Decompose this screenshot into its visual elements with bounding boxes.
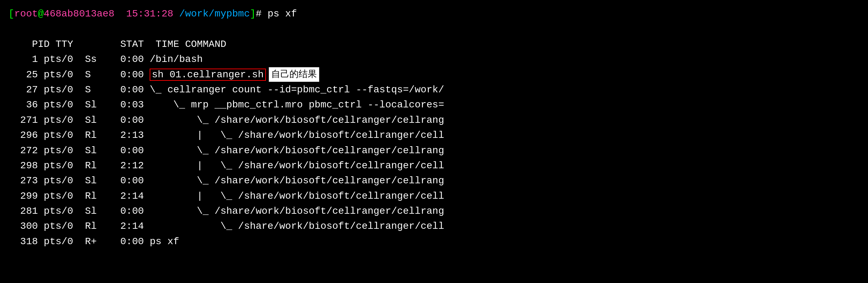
time-cell: 0:00 <box>120 145 150 156</box>
command-cell: /bin/bash <box>150 54 203 65</box>
pid-cell: 300 <box>8 221 44 232</box>
tty-cell: pts/0 <box>44 69 85 80</box>
table-row: 272 pts/0 Sl 0:00 \_ /share/work/biosoft… <box>8 143 860 158</box>
tty-cell: pts/0 <box>44 115 85 126</box>
time-cell: 0:00 <box>120 54 150 65</box>
pid-cell: 271 <box>8 115 44 126</box>
table-row: 27 pts/0 S 0:00 \_ cellranger count --id… <box>8 82 860 97</box>
tty-cell: pts/0 <box>44 236 85 247</box>
prompt-time: 15:31:28 <box>126 6 173 21</box>
tty-cell: pts/0 <box>44 175 85 186</box>
stat-cell: Sl <box>85 206 120 217</box>
stat-cell: S <box>85 69 120 80</box>
tty-cell: pts/0 <box>44 160 85 171</box>
time-cell: 2:13 <box>120 130 150 141</box>
pid-cell: 27 <box>8 84 44 95</box>
prompt-space1 <box>114 6 126 21</box>
stat-cell: Sl <box>85 115 120 126</box>
prompt-path: /work/mypbmc <box>179 6 250 21</box>
time-cell: 0:00 <box>120 84 150 95</box>
stat-cell: S <box>85 84 120 95</box>
command-cell: | \_ /share/work/biosoft/cellranger/cell <box>150 130 444 141</box>
pid-cell: 299 <box>8 191 44 201</box>
command-cell: \_ cellranger count --id=pbmc_ctrl --fas… <box>150 84 444 95</box>
table-row: 318 pts/0 R+ 0:00 ps xf <box>8 234 860 249</box>
stat-cell: Sl <box>85 175 120 186</box>
time-cell: 2:14 <box>120 191 150 201</box>
command-cell: | \_ /share/work/biosoft/cellranger/cell <box>150 191 444 201</box>
header-pid: PID <box>20 39 56 50</box>
ps-header: PID TTY STAT TIME COMMAND <box>8 21 860 52</box>
stat-cell: Rl <box>85 191 120 201</box>
prompt-open-bracket: [ <box>8 6 14 21</box>
header-command: COMMAND <box>185 39 226 50</box>
stat-cell: Ss <box>85 54 120 65</box>
pid-cell: 25 <box>8 69 44 80</box>
table-row: 25 pts/0 S 0:00 sh 01.cellranger.sh自己的结果 <box>8 67 860 82</box>
command-cell: \_ /share/work/biosoft/cellranger/cellra… <box>150 206 444 217</box>
table-row: 296 pts/0 Rl 2:13 | \_ /share/work/bioso… <box>8 128 860 143</box>
time-cell: 2:14 <box>120 221 150 232</box>
prompt-close-bracket: ] <box>250 6 256 21</box>
time-cell: 0:00 <box>120 115 150 126</box>
tty-cell: pts/0 <box>44 191 85 201</box>
stat-cell: Rl <box>85 221 120 232</box>
header-time: TIME <box>150 39 185 50</box>
time-cell: 0:00 <box>120 206 150 217</box>
header-tty: TTY <box>55 39 108 50</box>
pid-cell: 296 <box>8 130 44 141</box>
pid-cell: 273 <box>8 175 44 186</box>
tty-cell: pts/0 <box>44 221 85 232</box>
command-cell: \_ mrp __pbmc_ctrl.mro pbmc_ctrl --local… <box>150 99 444 110</box>
prompt-line: [root@468ab8013ae8 15:31:28 /work/mypbmc… <box>8 6 860 21</box>
command-cell: \_ /share/work/biosoft/cellranger/cellra… <box>150 115 444 126</box>
annotation-label: 自己的结果 <box>269 67 319 82</box>
tty-cell: pts/0 <box>44 206 85 217</box>
tty-cell: pts/0 <box>44 145 85 156</box>
prompt-at: @ <box>38 6 44 21</box>
highlighted-command: sh 01.cellranger.sh <box>150 69 266 81</box>
table-row: 273 pts/0 Sl 0:00 \_ /share/work/biosoft… <box>8 173 860 188</box>
stat-cell: Sl <box>85 99 120 110</box>
table-row: 299 pts/0 Rl 2:14 | \_ /share/work/bioso… <box>8 189 860 204</box>
stat-cell: Sl <box>85 145 120 156</box>
table-row: 298 pts/0 Rl 2:12 | \_ /share/work/bioso… <box>8 158 860 173</box>
command-cell: ps xf <box>150 236 179 247</box>
process-table: 1 pts/0 Ss 0:00 /bin/bash 25 pts/0 S 0:0… <box>8 52 860 249</box>
prompt-hash: # <box>256 6 262 21</box>
pid-cell: 36 <box>8 99 44 110</box>
command-cell: \_ /share/work/biosoft/cellranger/cell <box>150 221 444 232</box>
prompt-user: root <box>14 6 38 21</box>
table-row: 36 pts/0 Sl 0:03 \_ mrp __pbmc_ctrl.mro … <box>8 97 860 112</box>
stat-cell: Rl <box>85 130 120 141</box>
prompt-space2 <box>173 6 179 21</box>
time-cell: 0:00 <box>120 175 150 186</box>
pid-cell: 298 <box>8 160 44 171</box>
pid-cell: 272 <box>8 145 44 156</box>
pid-cell: 281 <box>8 206 44 217</box>
tty-cell: pts/0 <box>44 84 85 95</box>
stat-cell: R+ <box>85 236 120 247</box>
pid-cell: 1 <box>8 54 44 65</box>
command-cell: \_ /share/work/biosoft/cellranger/cellra… <box>150 145 444 156</box>
tty-cell: pts/0 <box>44 99 85 110</box>
time-cell: 0:00 <box>120 236 150 247</box>
table-row: 1 pts/0 Ss 0:00 /bin/bash <box>8 52 860 67</box>
table-row: 300 pts/0 Rl 2:14 \_ /share/work/biosoft… <box>8 219 860 234</box>
time-cell: 0:00 <box>120 69 150 80</box>
command-cell: \_ /share/work/biosoft/cellranger/cellra… <box>150 175 444 186</box>
prompt-command: ps xf <box>262 6 297 21</box>
table-row: 271 pts/0 Sl 0:00 \_ /share/work/biosoft… <box>8 113 860 128</box>
command-cell: | \_ /share/work/biosoft/cellranger/cell <box>150 160 444 171</box>
table-row: 281 pts/0 Sl 0:00 \_ /share/work/biosoft… <box>8 204 860 219</box>
stat-cell: Rl <box>85 160 120 171</box>
time-cell: 0:03 <box>120 99 150 110</box>
time-cell: 2:12 <box>120 160 150 171</box>
prompt-host: 468ab8013ae8 <box>44 6 115 21</box>
tty-cell: pts/0 <box>44 130 85 141</box>
pid-cell: 318 <box>8 236 44 247</box>
tty-cell: pts/0 <box>44 54 85 65</box>
header-stat: STAT <box>109 39 150 50</box>
